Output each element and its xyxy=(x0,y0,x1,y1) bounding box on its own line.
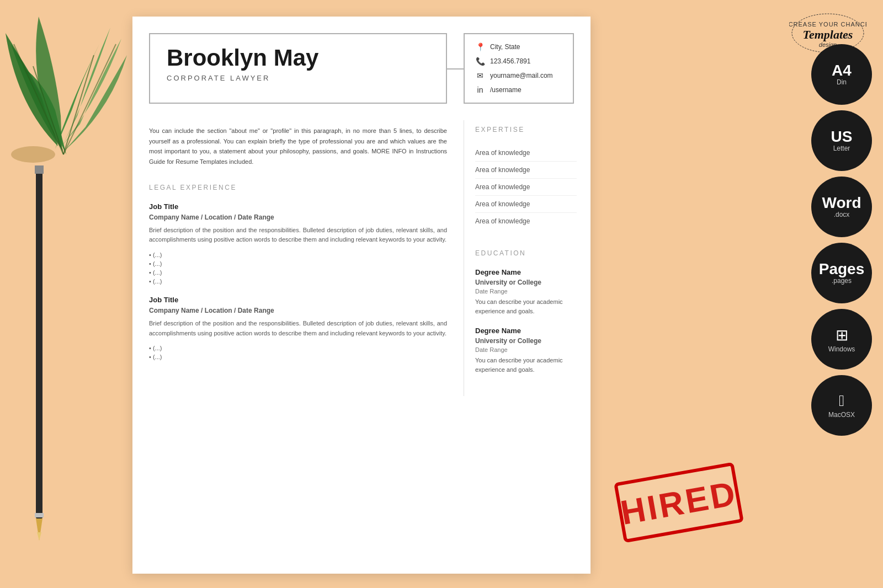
bullet-item: (...) xyxy=(149,352,447,361)
badge-us-main: US xyxy=(831,129,853,145)
hired-stamp: HIRED xyxy=(614,462,744,543)
linkedin-icon: in xyxy=(476,85,485,94)
badge-a4-main: A4 xyxy=(832,63,852,78)
plant-decoration xyxy=(0,0,132,177)
svg-rect-8 xyxy=(35,513,44,517)
bullet-item: (...) xyxy=(149,259,447,268)
about-text: You can include the section "about me" o… xyxy=(149,126,447,167)
job-desc-2: Brief description of the position and th… xyxy=(149,319,447,338)
bullet-item: (...) xyxy=(149,277,447,286)
college-name-1: University or College xyxy=(475,279,577,286)
expertise-section: EXPERTISE Area of knowledge Area of know… xyxy=(475,126,577,229)
job-desc-1: Brief description of the position and th… xyxy=(149,226,447,245)
contact-linkedin: in /username xyxy=(476,85,562,94)
svg-rect-5 xyxy=(36,165,42,518)
edu-date-1: Date Range xyxy=(475,288,577,295)
resume-body: You can include the section "about me" o… xyxy=(132,115,591,396)
resume-paper: Brooklyn May CORPORATE LAWYER 📍 City, St… xyxy=(132,17,591,574)
contact-phone: 📞 123.456.7891 xyxy=(476,57,562,66)
svg-point-0 xyxy=(11,146,55,163)
college-name-2: University or College xyxy=(475,337,577,345)
candidate-title: CORPORATE LAWYER xyxy=(167,74,429,82)
bullet-item: (...) xyxy=(149,344,447,352)
badge-us[interactable]: US Letter xyxy=(811,110,872,171)
pencil-decoration xyxy=(30,165,47,552)
experience-section: LEGAL EXPERIENCE Job Title Company Name … xyxy=(149,184,447,361)
expertise-item-4: Area of knowledge xyxy=(475,196,577,213)
experience-section-title: LEGAL EXPERIENCE xyxy=(149,184,447,194)
svg-rect-9 xyxy=(35,165,44,174)
badge-windows[interactable]: ⊞ Windows xyxy=(811,309,872,370)
job-title-2: Job Title xyxy=(149,296,447,304)
apple-icon:  xyxy=(839,392,844,410)
bullet-list-2: (...) (...) xyxy=(149,344,447,361)
contact-email: ✉ yourname@mail.com xyxy=(476,71,562,80)
badge-a4[interactable]: A4 Din xyxy=(811,44,872,105)
badge-pages[interactable]: Pages .pages xyxy=(811,243,872,303)
resume-header: Brooklyn May CORPORATE LAWYER 📍 City, St… xyxy=(132,17,591,115)
candidate-name: Brooklyn May xyxy=(167,45,429,71)
connector-line xyxy=(447,33,464,104)
badge-us-sub: Letter xyxy=(833,145,850,152)
company-info-1: Company Name / Location / Date Range xyxy=(149,213,447,221)
left-column: You can include the section "about me" o… xyxy=(132,120,464,396)
bullet-item: (...) xyxy=(149,250,447,259)
expertise-title: EXPERTISE xyxy=(475,126,577,136)
right-column: EXPERTISE Area of knowledge Area of know… xyxy=(464,120,591,396)
location-icon: 📍 xyxy=(476,42,485,51)
phone-icon: 📞 xyxy=(476,57,485,66)
degree-entry-2: Degree Name University or College Date R… xyxy=(475,327,577,374)
email-icon: ✉ xyxy=(476,71,485,80)
badge-macosx[interactable]:  MacOSX xyxy=(811,375,872,436)
hired-text: HIRED xyxy=(618,473,740,532)
edu-desc-2: You can describe your academic experienc… xyxy=(475,356,577,374)
job-entry-2: Job Title Company Name / Location / Date… xyxy=(149,296,447,361)
contact-box: 📍 City, State 📞 123.456.7891 ✉ yourname@… xyxy=(464,33,574,104)
windows-icon: ⊞ xyxy=(836,326,848,344)
badge-macosx-label: MacOSX xyxy=(828,411,855,419)
edu-date-2: Date Range xyxy=(475,346,577,353)
edu-desc-1: You can describe your academic experienc… xyxy=(475,297,577,316)
bullet-item: (...) xyxy=(149,268,447,277)
svg-line-4 xyxy=(63,44,116,154)
svg-marker-7 xyxy=(37,532,41,541)
badge-pages-sub: .pages xyxy=(832,277,852,285)
education-title: EDUCATION xyxy=(475,249,577,260)
svg-text:®: ® xyxy=(845,35,849,40)
company-info-2: Company Name / Location / Date Range xyxy=(149,307,447,314)
expertise-item-1: Area of knowledge xyxy=(475,145,577,162)
svg-text:INCREASE YOUR CHANCES: INCREASE YOUR CHANCES xyxy=(789,21,866,28)
contact-location: 📍 City, State xyxy=(476,42,562,51)
education-section: EDUCATION Degree Name University or Coll… xyxy=(475,249,577,374)
badge-word[interactable]: Word .docx xyxy=(811,177,872,237)
expertise-item-3: Area of knowledge xyxy=(475,179,577,196)
expertise-item-5: Area of knowledge xyxy=(475,213,577,229)
name-box: Brooklyn May CORPORATE LAWYER xyxy=(149,33,447,104)
badge-word-sub: .docx xyxy=(834,211,850,218)
expertise-item-2: Area of knowledge xyxy=(475,162,577,179)
badge-windows-label: Windows xyxy=(828,345,855,353)
bullet-list-1: (...) (...) (...) (...) xyxy=(149,250,447,286)
right-sidebar: A4 Din US Letter Word .docx Pages .pages… xyxy=(811,44,872,436)
job-entry-1: Job Title Company Name / Location / Date… xyxy=(149,202,447,286)
degree-name-2: Degree Name xyxy=(475,327,577,335)
badge-a4-sub: Din xyxy=(837,78,847,86)
degree-name-1: Degree Name xyxy=(475,268,577,276)
degree-entry-1: Degree Name University or College Date R… xyxy=(475,268,577,316)
badge-word-main: Word xyxy=(822,195,861,211)
badge-pages-main: Pages xyxy=(819,261,865,277)
job-title-1: Job Title xyxy=(149,202,447,211)
